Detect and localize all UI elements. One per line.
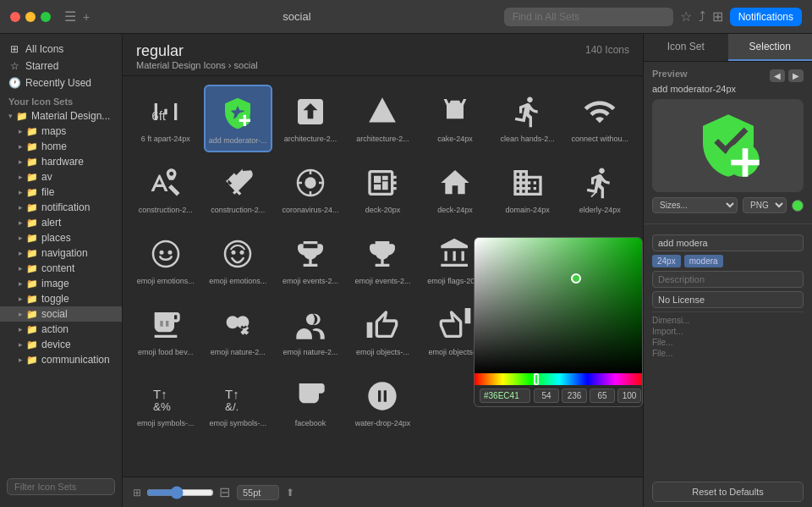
- size-pt-input[interactable]: [237, 485, 279, 500]
- grid-size-slider[interactable]: [146, 486, 214, 499]
- color-canvas[interactable]: [475, 238, 643, 373]
- sidebar-folder-notification[interactable]: ▸ 📁 notification: [0, 200, 122, 215]
- sidebar-folder-home[interactable]: ▸ 📁 home: [0, 139, 122, 154]
- sidebar-folder-social[interactable]: ▸ 📁 social: [0, 306, 122, 322]
- list-item[interactable]: deck-24px: [420, 156, 490, 223]
- list-item[interactable]: deck-20px: [348, 156, 418, 223]
- sidebar-folder-alert[interactable]: ▸ 📁 alert: [0, 215, 122, 230]
- preview-prev-btn[interactable]: ◀: [770, 69, 785, 82]
- close-button[interactable]: [10, 12, 20, 22]
- folder-label-home: home: [41, 141, 67, 152]
- list-item[interactable]: emoji emotions...: [204, 227, 273, 295]
- list-item[interactable]: emoji events-2...: [276, 227, 345, 295]
- sidebar-folder-maps[interactable]: ▸ 📁 maps: [0, 124, 122, 139]
- reset-defaults-button[interactable]: Reset to Defaults: [652, 482, 804, 502]
- format-select[interactable]: PNG SVG: [743, 197, 787, 213]
- hue-cursor[interactable]: [534, 373, 539, 385]
- sidebar-folder-communication[interactable]: ▸ 📁 communication: [0, 352, 122, 367]
- list-item[interactable]: emoji nature-2...: [204, 298, 273, 366]
- breadcrumb-separator: ›: [228, 60, 234, 70]
- sidebar-folder-device[interactable]: ▸ 📁 device: [0, 337, 122, 352]
- sidebar-item-all-icons[interactable]: ⊞ All Icons: [0, 41, 122, 58]
- sidebar-folder-content[interactable]: ▸ 📁 content: [0, 261, 122, 276]
- sidebar-folder-file[interactable]: ▸ 📁 file: [0, 185, 122, 200]
- hue-bar[interactable]: [475, 373, 643, 385]
- global-search-input[interactable]: [504, 8, 673, 26]
- list-item[interactable]: emoji nature-2...: [276, 298, 345, 366]
- sidebar-folder-av[interactable]: ▸ 📁 av: [0, 169, 122, 185]
- filter-icon-sets-input[interactable]: [7, 478, 115, 495]
- icon-label: water-drop-24px: [355, 419, 411, 428]
- plus-icon[interactable]: +: [83, 10, 90, 24]
- list-item[interactable]: emoji emotions...: [131, 227, 200, 295]
- favorite-icon[interactable]: ☆: [680, 8, 692, 25]
- maximize-button[interactable]: [41, 12, 51, 22]
- preview-next-btn[interactable]: ▶: [788, 69, 804, 82]
- color-cursor[interactable]: [571, 273, 581, 284]
- icon-label: emoji symbols-...: [210, 419, 267, 428]
- folder-icon: 📁: [26, 187, 38, 198]
- list-item[interactable]: architecture-2...: [348, 85, 418, 152]
- list-item[interactable]: construction-2...: [204, 156, 273, 223]
- list-item[interactable]: add moderator-...: [204, 85, 273, 152]
- folder-label-device: device: [41, 339, 71, 350]
- alpha-input[interactable]: [617, 389, 641, 403]
- folder-label-alert: alert: [41, 217, 61, 229]
- svg-point-13: [232, 251, 236, 255]
- list-item[interactable]: architecture-2...: [276, 85, 345, 152]
- list-item[interactable]: 6ft 6 ft apart-24px: [131, 85, 200, 152]
- tag-row: 24px modera: [652, 255, 804, 267]
- share-icon[interactable]: ⤴: [699, 9, 705, 25]
- list-item[interactable]: water-drop-24px: [348, 369, 418, 437]
- list-item[interactable]: connect withou...: [565, 85, 634, 152]
- layout-icon[interactable]: ⊞: [712, 8, 723, 25]
- list-item[interactable]: facebook: [276, 369, 345, 437]
- license-button[interactable]: No License: [652, 291, 804, 308]
- tab-icon-set[interactable]: Icon Set: [644, 34, 728, 61]
- icon-preview: [579, 163, 620, 203]
- color-swatch[interactable]: [792, 200, 804, 212]
- list-item[interactable]: T↑ &/. emoji symbols-...: [204, 369, 273, 437]
- sidebar-folder-action[interactable]: ▸ 📁 action: [0, 322, 122, 337]
- list-item[interactable]: T↑ &% emoji symbols-...: [131, 369, 200, 437]
- icon-preview: [435, 91, 475, 132]
- size-up-icon[interactable]: ⬆: [286, 487, 294, 499]
- folder-label-av: av: [41, 171, 52, 183]
- list-item[interactable]: cake-24px: [420, 85, 490, 152]
- notifications-button[interactable]: Notifications: [730, 8, 802, 26]
- green-input[interactable]: [562, 389, 587, 403]
- hex-input[interactable]: [480, 389, 530, 403]
- list-item[interactable]: domain-24px: [493, 156, 562, 223]
- sidebar-item-starred[interactable]: ☆ Starred: [0, 58, 122, 74]
- sidebar-folder-image[interactable]: ▸ 📁 image: [0, 276, 122, 291]
- list-item[interactable]: emoji food bev...: [131, 298, 200, 366]
- list-item[interactable]: clean hands-2...: [493, 85, 562, 152]
- folder-label-hardware: hardware: [41, 156, 84, 168]
- sidebar-folder-navigation[interactable]: ▸ 📁 navigation: [0, 245, 122, 261]
- folder-icon: 📁: [26, 278, 38, 289]
- blue-input[interactable]: [590, 389, 615, 403]
- sidebar-folder-material-design[interactable]: ▾ 📁 Material Design...: [0, 108, 122, 124]
- list-item[interactable]: elderly-24px: [565, 156, 634, 223]
- list-item[interactable]: coronavirus-24...: [276, 156, 345, 223]
- minimize-button[interactable]: [25, 12, 36, 22]
- sidebar-folder-toggle[interactable]: ▸ 📁 toggle: [0, 291, 122, 306]
- icon-preview: [508, 163, 548, 203]
- icon-label: clean hands-2...: [501, 135, 555, 144]
- svg-point-11: [167, 251, 172, 255]
- file2-row: File...: [652, 349, 804, 358]
- list-item[interactable]: construction-2...: [131, 156, 200, 223]
- sidebar-toggle[interactable]: ☰: [64, 8, 76, 25]
- icon-preview: [217, 305, 258, 345]
- icon-name-input[interactable]: [652, 234, 804, 251]
- sidebar-folder-hardware[interactable]: ▸ 📁 hardware: [0, 154, 122, 169]
- list-item[interactable]: emoji events-2...: [348, 227, 418, 295]
- description-input[interactable]: [652, 271, 804, 288]
- sizes-select[interactable]: Sizes...: [652, 197, 738, 213]
- red-input[interactable]: [534, 389, 559, 403]
- icon-label: emoji nature-2...: [283, 348, 337, 357]
- list-item[interactable]: emoji objects-...: [348, 298, 418, 366]
- sidebar-folder-places[interactable]: ▸ 📁 places: [0, 230, 122, 245]
- tab-selection[interactable]: Selection: [728, 34, 813, 61]
- sidebar-item-recently-used[interactable]: 🕐 Recently Used: [0, 74, 122, 91]
